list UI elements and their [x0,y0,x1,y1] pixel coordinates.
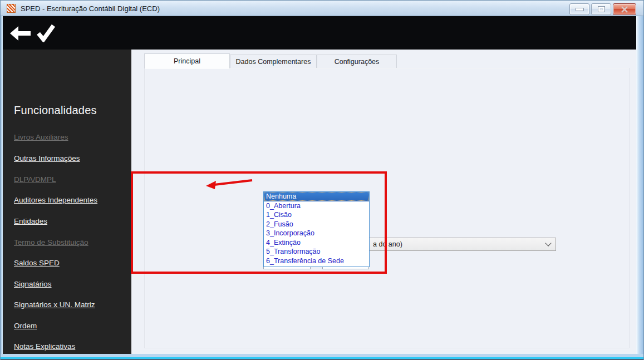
sidebar-item-outras-informacoes[interactable]: Outras Informações [14,154,80,162]
sidebar-item-termo-substituicao: Termo de Substituição [14,238,89,246]
sidebar-item-livros-auxiliares: Livros Auxiliares [14,133,68,141]
app-icon [7,4,16,13]
tab-configuracoes[interactable]: Configurações [317,55,397,68]
dropdown-option-incorporacao[interactable]: 3_Incorporação [264,229,369,238]
sidebar-heading: Funcionalidades [14,104,97,117]
minimize-button[interactable] [569,3,589,15]
tab-principal[interactable]: Principal [144,53,230,68]
maximize-icon [598,6,605,12]
sidebar-item-saldos-sped[interactable]: Saldos SPED [14,259,60,267]
tab-page [144,68,630,348]
dropdown-option-extincao[interactable]: 4_Extinção [264,238,369,248]
tab-principal-label: Principal [174,57,200,65]
back-arrow-icon[interactable] [8,24,32,42]
sidebar-item-auditores-independentes[interactable]: Auditores Independentes [14,196,97,204]
check-icon[interactable] [36,23,56,42]
window-frame-right [636,16,644,354]
window-frame-bottom [1,354,644,360]
window-frame-left [1,16,3,354]
tab-dados-complementares-label: Dados Complementares [236,58,311,66]
chevron-down-icon [545,240,551,246]
dropdown-option-transformacao[interactable]: 5_Transformação [264,247,369,257]
sidebar-item-signatarios[interactable]: Signatários [14,280,52,288]
dropdown-option-abertura[interactable]: 0_Abertura [264,201,369,211]
close-button[interactable] [613,3,636,15]
tab-configuracoes-label: Configurações [335,58,380,66]
close-icon [621,6,628,13]
sidebar-item-dlpa-dmpl: DLPA/DMPL [14,175,56,184]
dropdown-option-nenhuma[interactable]: Nenhuma [264,192,369,201]
sidebar: Funcionalidades Livros Auxiliares Outras… [3,50,131,354]
sidebar-item-signatarios-un-matriz[interactable]: Signatários x UN. Matriz [14,300,95,309]
sidebar-item-entidades[interactable]: Entidades [14,217,47,225]
situacao-especial-dropdown: Nenhuma 0_Abertura 1_Cisão 2_Fusão 3_Inc… [263,191,370,267]
window-title: SPED - Escrituração Contábil Digital (EC… [21,4,160,13]
toolbar [3,16,636,50]
minimize-icon [576,8,584,11]
title-bar: SPED - Escrituração Contábil Digital (EC… [1,1,644,16]
sidebar-item-notas-explicativas[interactable]: Notas Explicativas [14,342,75,351]
maximize-button[interactable] [591,3,611,15]
tab-dados-complementares[interactable]: Dados Complementares [230,55,317,68]
dropdown-option-cisao[interactable]: 1_Cisão [264,210,369,220]
dropdown-option-transferencia-sede[interactable]: 6_Transferência de Sede [264,257,369,266]
dropdown-option-fusao[interactable]: 2_Fusão [264,220,369,229]
sidebar-item-ordem[interactable]: Ordem [14,322,37,330]
app-window: SPED - Escrituração Contábil Digital (EC… [0,0,644,360]
